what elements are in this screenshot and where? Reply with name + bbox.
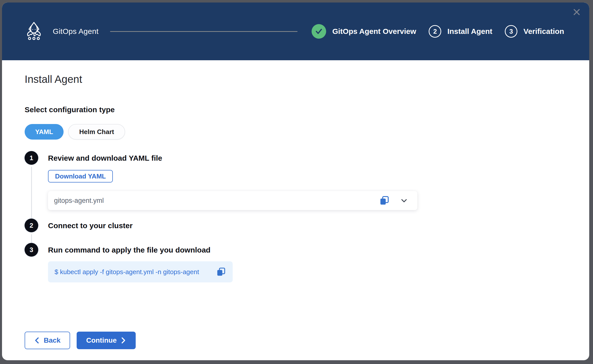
wizard-header: GitOps Agent GitOps Agent Overview 2 Ins… xyxy=(2,3,589,60)
back-button[interactable]: Back xyxy=(25,332,70,349)
spacer xyxy=(48,210,589,219)
continue-button-label: Continue xyxy=(86,336,117,344)
stepper-item-install-agent[interactable]: 2 Install Agent xyxy=(429,25,492,38)
install-agent-modal: GitOps Agent GitOps Agent Overview 2 Ins… xyxy=(2,3,589,360)
step-number-circle: 3 xyxy=(25,243,38,257)
download-yaml-button[interactable]: Download YAML xyxy=(48,170,113,183)
step-content: Run command to apply the file you downlo… xyxy=(48,243,589,282)
stepper-item-overview[interactable]: GitOps Agent Overview xyxy=(312,24,416,39)
stepper-item-verification[interactable]: 3 Verification xyxy=(505,25,564,38)
yaml-file-name: gitops-agent.yml xyxy=(54,197,380,205)
step-heading: Run command to apply the file you downlo… xyxy=(48,246,589,254)
wizard-stepper: GitOps Agent Overview 2 Install Agent 3 … xyxy=(312,24,564,39)
close-icon xyxy=(572,8,581,16)
step-content: Review and download YAML file Download Y… xyxy=(48,151,589,219)
yaml-file-select[interactable]: gitops-agent.yml xyxy=(48,191,417,210)
install-steps: 1 Review and download YAML file Download… xyxy=(25,151,589,282)
step-heading: Connect to your cluster xyxy=(48,221,589,230)
header-divider xyxy=(110,31,298,32)
file-bar-actions xyxy=(380,196,408,205)
step-review-download: 1 Review and download YAML file Download… xyxy=(25,151,589,219)
modal-body: Install Agent Select configuration type … xyxy=(2,60,589,360)
step-rail: 1 xyxy=(25,151,38,219)
config-option-yaml[interactable]: YAML xyxy=(25,124,64,140)
config-type-label: Select configuration type xyxy=(25,105,589,114)
copy-icon xyxy=(380,196,389,205)
config-type-toggle: YAML Helm Chart xyxy=(25,124,589,140)
kubectl-command-text: $ kubectl apply -f gitops-agent.yml -n g… xyxy=(55,268,217,276)
copy-command-button[interactable] xyxy=(217,267,226,276)
kubectl-command-box: $ kubectl apply -f gitops-agent.yml -n g… xyxy=(48,261,233,282)
step-connector-line xyxy=(31,234,32,243)
chevron-down-icon xyxy=(400,197,408,204)
continue-button[interactable]: Continue xyxy=(77,332,136,349)
step-number-circle: 1 xyxy=(25,151,38,165)
step-rail: 3 xyxy=(25,243,38,282)
stepper-label: Verification xyxy=(523,27,564,36)
page-backdrop: { "colors": { "header_bg": "#1d3a64", "a… xyxy=(0,0,593,364)
gitops-squid-logo-icon xyxy=(25,22,43,41)
stepper-label: Install Agent xyxy=(447,27,492,36)
copy-yaml-button[interactable] xyxy=(380,196,389,205)
step-content: Connect to your cluster xyxy=(48,219,589,243)
wizard-title: GitOps Agent xyxy=(53,27,98,36)
close-button[interactable] xyxy=(570,5,584,19)
expand-yaml-button[interactable] xyxy=(400,197,408,204)
chevron-left-icon xyxy=(34,337,40,344)
step-connector-line xyxy=(31,167,32,219)
wizard-footer: Back Continue xyxy=(25,332,136,349)
step-number-badge: 2 xyxy=(429,25,441,38)
chevron-right-icon xyxy=(121,337,126,344)
stepper-label: GitOps Agent Overview xyxy=(332,27,416,36)
copy-icon xyxy=(217,267,226,276)
page-title: Install Agent xyxy=(25,73,589,85)
step-number-badge: 3 xyxy=(505,25,517,38)
step-rail: 2 xyxy=(25,219,38,243)
step-heading: Review and download YAML file xyxy=(48,154,589,162)
step-connect-cluster: 2 Connect to your cluster xyxy=(25,219,589,243)
config-option-helm-chart[interactable]: Helm Chart xyxy=(68,124,125,140)
check-icon xyxy=(315,27,323,36)
back-button-label: Back xyxy=(44,336,61,344)
step-run-command: 3 Run command to apply the file you down… xyxy=(25,243,589,282)
step-complete-badge xyxy=(312,24,326,39)
step-number-circle: 2 xyxy=(25,219,38,232)
spacer xyxy=(48,230,589,243)
